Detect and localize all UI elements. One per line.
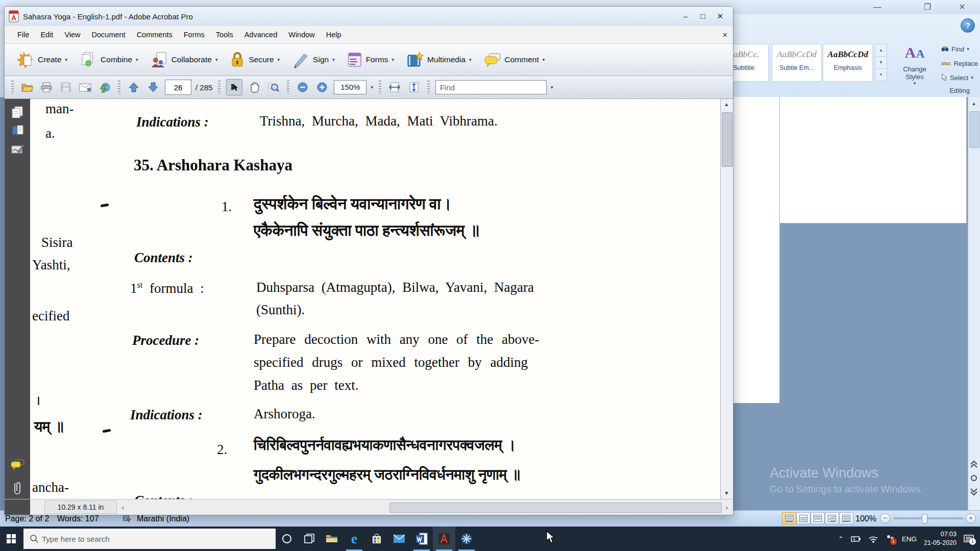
store-button[interactable] <box>365 527 388 551</box>
battery-icon[interactable] <box>851 536 861 542</box>
menu-window[interactable]: Window <box>283 31 321 39</box>
cortana-button[interactable] <box>276 527 298 551</box>
menu-forms[interactable]: Forms <box>178 31 210 39</box>
menu-tools[interactable]: Tools <box>210 31 239 39</box>
draft-view-button[interactable] <box>839 512 853 524</box>
word-vertical-scrollbar[interactable] <box>968 97 980 510</box>
signatures-panel-icon[interactable] <box>11 144 24 156</box>
pages-panel-icon[interactable] <box>11 106 24 118</box>
scroll-left-icon[interactable]: ‹ <box>117 504 129 511</box>
zoom-in-button[interactable] <box>314 80 330 95</box>
acrobat-taskbar-button[interactable] <box>433 527 455 551</box>
zoom-in-button[interactable]: + <box>966 513 976 523</box>
print-layout-view-button[interactable] <box>782 512 796 524</box>
close-button[interactable]: ✕ <box>712 11 729 22</box>
acrobat-vertical-scrollbar[interactable]: ▲ ▼ <box>720 99 733 499</box>
acrobat-scrollbar-thumb[interactable] <box>722 112 732 167</box>
toolbar-grip[interactable] <box>427 81 430 94</box>
menu-file[interactable]: File <box>12 31 35 39</box>
open-file-button[interactable] <box>19 80 35 95</box>
toolbar-grip[interactable] <box>287 81 289 94</box>
menu-comments[interactable]: Comments <box>131 31 178 39</box>
close-menubar-icon[interactable]: ✕ <box>722 31 728 39</box>
spellcheck-icon[interactable] <box>122 514 132 522</box>
mail-button[interactable] <box>388 527 410 551</box>
menu-help[interactable]: Help <box>321 31 347 39</box>
zoom-level-box[interactable]: 150% <box>334 80 366 94</box>
forms-button[interactable]: Forms▾ <box>342 48 399 71</box>
page-number-input[interactable] <box>165 80 191 95</box>
next-page-button[interactable] <box>145 80 161 95</box>
collaborate-button[interactable]: Collaborate▾ <box>145 48 223 71</box>
web-layout-button[interactable] <box>811 512 825 524</box>
word-zoom-level[interactable]: 100% <box>855 514 876 523</box>
multimedia-button[interactable]: Multimedia▾ <box>401 48 476 71</box>
acrobat-title-bar[interactable]: Sahasra Yoga - English-1.pdf - Adobe Acr… <box>5 7 733 26</box>
secure-button[interactable]: Secure▾ <box>225 48 285 71</box>
toolbar-grip[interactable] <box>379 81 381 94</box>
scroll-up-icon[interactable]: ▲ <box>721 99 732 110</box>
marquee-zoom-button[interactable] <box>266 80 281 95</box>
find-dropdown-icon[interactable]: ▾ <box>551 85 553 90</box>
combine-button[interactable]: Combine▾ <box>75 48 143 71</box>
maximize-button[interactable]: □ <box>694 11 712 22</box>
word-help-button[interactable]: ? <box>961 18 975 33</box>
styles-gallery-down-icon[interactable]: ▼ <box>875 56 887 69</box>
styles-gallery-more-icon[interactable]: ▾ <box>875 68 887 81</box>
edge-button[interactable]: e <box>343 527 365 551</box>
sign-button[interactable]: Sign▾ <box>287 48 340 71</box>
previous-page-icon[interactable] <box>968 458 979 469</box>
file-explorer-button[interactable] <box>321 527 343 551</box>
style-card-emphasis[interactable]: AaBbCcDd Emphasis <box>823 44 873 82</box>
style-card-subtle-emphasis[interactable]: AaBbCcDd Subtle Em... <box>772 44 822 82</box>
horizontal-scrollbar-thumb[interactable] <box>389 503 722 513</box>
word-minimize-button[interactable]: — <box>870 2 885 12</box>
app-wheel-button[interactable] <box>455 527 478 551</box>
toolbar-grip[interactable] <box>11 81 14 94</box>
find-input[interactable] <box>435 80 547 94</box>
wifi-icon[interactable] <box>868 535 878 543</box>
zoom-slider-thumb[interactable] <box>922 514 927 523</box>
select-tool-button[interactable]: I <box>226 79 242 95</box>
print-button[interactable] <box>39 80 54 95</box>
word-close-button[interactable]: ✕ <box>954 2 970 12</box>
scroll-right-icon[interactable]: › <box>721 504 733 511</box>
scroll-down-icon[interactable]: ▼ <box>721 488 732 499</box>
styles-gallery-up-icon[interactable]: ▲ <box>875 44 887 57</box>
menu-document[interactable]: Document <box>86 31 131 39</box>
replace-button[interactable]: a⇆c Replace <box>941 57 978 69</box>
full-screen-reading-button[interactable] <box>796 512 811 524</box>
menu-edit[interactable]: Edit <box>35 31 59 39</box>
start-button[interactable] <box>0 527 22 551</box>
word-scrollbar-thumb[interactable] <box>969 111 979 148</box>
upload-document-button[interactable] <box>97 80 112 95</box>
acrobat-horizontal-scrollbar[interactable] <box>129 502 721 513</box>
word-restore-button[interactable]: ❐ <box>920 2 935 12</box>
scroll-up-icon[interactable]: ▲ <box>968 98 979 109</box>
action-center-button[interactable]: 1 <box>964 534 974 543</box>
zoom-dropdown-icon[interactable]: ▾ <box>371 85 373 90</box>
toolbar-grip[interactable] <box>118 81 120 94</box>
word-language-indicator[interactable]: Marathi (India) <box>137 514 189 523</box>
tray-expand-icon[interactable]: ⌃ <box>838 535 844 543</box>
menu-view[interactable]: View <box>59 31 86 39</box>
zoom-out-button[interactable]: − <box>880 513 890 523</box>
bookmarks-panel-icon[interactable] <box>11 124 24 137</box>
next-page-icon[interactable] <box>968 487 979 498</box>
select-browse-object-icon[interactable] <box>968 472 979 484</box>
select-button[interactable]: Select ▾ <box>941 71 973 84</box>
email-button[interactable] <box>78 80 93 95</box>
clock[interactable]: 07:03 21-05-2020 <box>924 530 957 547</box>
comment-button[interactable]: Comment▾ <box>479 49 550 70</box>
toolbar-grip[interactable] <box>218 81 220 94</box>
fit-width-button[interactable] <box>387 80 402 95</box>
find-button[interactable]: Find ▾ <box>941 43 969 55</box>
comments-panel-icon[interactable] <box>11 459 24 471</box>
previous-page-button[interactable] <box>126 80 141 95</box>
task-view-button[interactable] <box>298 527 321 551</box>
create-button[interactable]: Create▾ <box>12 48 72 71</box>
change-styles-button[interactable]: AA Change Styles ▾ <box>894 44 935 86</box>
outline-view-button[interactable] <box>825 512 839 524</box>
hand-tool-button[interactable] <box>247 80 262 95</box>
language-indicator[interactable]: ENG <box>902 535 917 543</box>
